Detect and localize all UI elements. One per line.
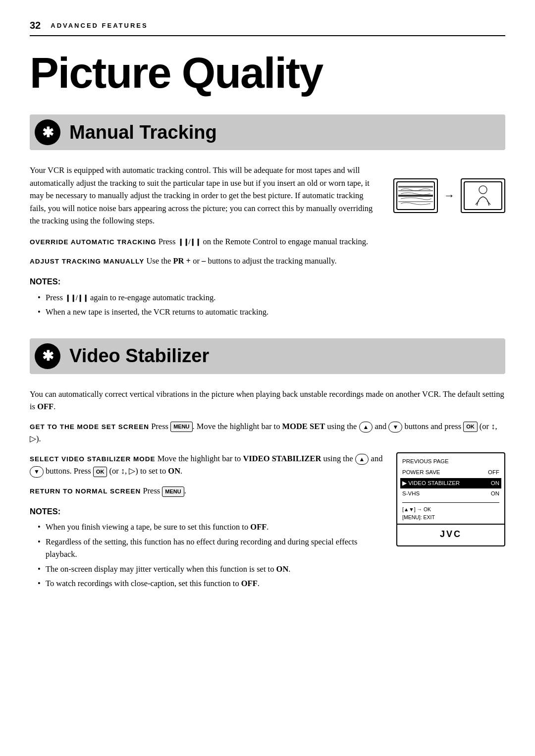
power-save-label: POWER SAVE — [402, 468, 440, 477]
nav-line2: [MENU]: EXIT — [402, 514, 499, 522]
section1-images: → — [393, 164, 505, 227]
screen-row-power: POWER SAVE OFF — [402, 467, 499, 478]
tracking-icon1: ❙❙/❙❙ — [178, 237, 201, 248]
page-header: 32 ADVANCED FEATURES — [30, 20, 505, 36]
note-item: Press ❙❙/❙❙ again to re-engage automatic… — [38, 291, 505, 304]
note-item: To watch recordings with close-caption, … — [38, 577, 384, 590]
off-bold: OFF — [37, 402, 54, 411]
screen-divider — [402, 502, 499, 503]
note-item: When a new tape is inserted, the VCR ret… — [38, 306, 505, 319]
section1-intro-paragraph: Your VCR is equipped with automatic trac… — [30, 165, 373, 225]
section2-notes-list: When you finish viewing a tape, be sure … — [30, 521, 384, 590]
screen-row-vs: ▶ VIDEO STABILIZER ON — [400, 478, 501, 489]
on-bold2: ON — [276, 564, 289, 574]
step1-label: Override Automatic Tracking — [30, 238, 157, 246]
section1-header: ✱ Manual Tracking — [30, 114, 505, 150]
section1-intro-block: Your VCR is equipped with automatic trac… — [30, 164, 505, 227]
step2-text: Use the PR + or – buttons to adjust the … — [146, 256, 336, 266]
note-item: When you finish viewing a tape, be sure … — [38, 521, 384, 534]
minus-bold: – — [202, 256, 206, 266]
page: 32 ADVANCED FEATURES Picture Quality ✱ M… — [0, 0, 535, 756]
section2-step2-block: Select Video Stabilizer Mode Move the hi… — [30, 452, 505, 592]
vs-screen-mockup: PREVIOUS PAGE POWER SAVE OFF ▶ VIDEO STA… — [396, 452, 505, 546]
section-label: ADVANCED FEATURES — [51, 22, 148, 29]
svg-point-6 — [479, 186, 487, 194]
step5-label: Return to Normal Screen — [30, 487, 141, 495]
down-btn2: ▼ — [30, 466, 44, 478]
step1-text: Press ❙❙/❙❙ on the Remote Control to eng… — [159, 237, 369, 246]
section2-step1: Get to the Mode Set Screen Press MENU. M… — [30, 420, 505, 445]
vs-value: ON — [491, 479, 499, 488]
step3-label: Get to the Mode Set Screen — [30, 423, 149, 431]
vs-screen-content: PREVIOUS PAGE POWER SAVE OFF ▶ VIDEO STA… — [397, 453, 504, 524]
page-number: 32 — [30, 20, 41, 31]
section2-content: You can automatically correct vertical v… — [30, 388, 505, 592]
section1-icon: ✱ — [35, 119, 60, 145]
step5-text: Press MENU. — [143, 486, 186, 495]
step2-label: Adjust Tracking Manually — [30, 258, 144, 265]
section1-step1: Override Automatic Tracking Press ❙❙/❙❙ … — [30, 235, 505, 248]
off-bold2: OFF — [250, 522, 267, 532]
ok-btn2: OK — [93, 467, 107, 477]
noisy-tv-svg — [396, 181, 435, 211]
svhs-value: ON — [491, 489, 499, 498]
section1-notes-heading: NOTES: — [30, 275, 505, 288]
screen-row-prev: PREVIOUS PAGE — [402, 456, 499, 467]
section2-step3: Return to Normal Screen Press MENU. — [30, 485, 384, 497]
vs-label: ▶ VIDEO STABILIZER — [402, 479, 460, 488]
section1-title: Manual Tracking — [69, 122, 217, 143]
up-btn2: ▲ — [355, 454, 369, 465]
screen-nav: [▲▼] → OK [MENU]: EXIT — [402, 506, 499, 522]
note-item: The on-screen display may jitter vertica… — [38, 563, 384, 576]
tracking-arrow: → — [444, 187, 455, 204]
section1-notes-list: Press ❙❙/❙❙ again to re-engage automatic… — [30, 291, 505, 319]
section2-step2: Select Video Stabilizer Mode Move the hi… — [30, 452, 384, 478]
section1-content: Your VCR is equipped with automatic trac… — [30, 164, 505, 319]
power-save-value: OFF — [488, 468, 499, 477]
svhs-label: S-VHS — [402, 489, 420, 498]
step4-label: Select Video Stabilizer Mode — [30, 455, 156, 463]
section2-header: ✱ Video Stabilizer — [30, 338, 505, 374]
prev-page-label: PREVIOUS PAGE — [402, 457, 449, 466]
on-bold: ON — [168, 466, 180, 476]
up-btn: ▲ — [359, 422, 373, 433]
section2-notes-heading: NOTES: — [30, 505, 384, 518]
vs-bold: VIDEO STABILIZER — [243, 454, 321, 463]
menu-btn: MENU — [170, 422, 192, 432]
noisy-tv-image — [393, 178, 438, 213]
tracking-icon2: ❙❙/❙❙ — [65, 293, 88, 304]
section2-steps-text: Select Video Stabilizer Mode Move the hi… — [30, 452, 384, 592]
ok-btn: OK — [463, 422, 478, 432]
off-bold3: OFF — [241, 579, 258, 588]
clear-tv-image — [461, 178, 505, 213]
clear-tv-svg — [463, 181, 503, 211]
section2-title: Video Stabilizer — [69, 345, 209, 367]
section2-intro: You can automatically correct vertical v… — [30, 388, 505, 413]
modeset-bold: MODE SET — [282, 422, 325, 431]
section1-intro-text: Your VCR is equipped with automatic trac… — [30, 164, 378, 227]
down-btn: ▼ — [388, 422, 402, 433]
section2-icon: ✱ — [35, 343, 60, 369]
screen-brand: JVC — [397, 524, 504, 545]
screen-row-svhs: S-VHS ON — [402, 488, 499, 499]
section1-step2: Adjust Tracking Manually Use the PR + or… — [30, 255, 505, 268]
note-item: Regardless of the setting, this function… — [38, 536, 384, 561]
page-title: Picture Quality — [30, 51, 505, 95]
pr-bold: PR + — [173, 256, 191, 266]
nav-line1: [▲▼] → OK — [402, 506, 499, 514]
menu-btn2: MENU — [162, 486, 184, 497]
